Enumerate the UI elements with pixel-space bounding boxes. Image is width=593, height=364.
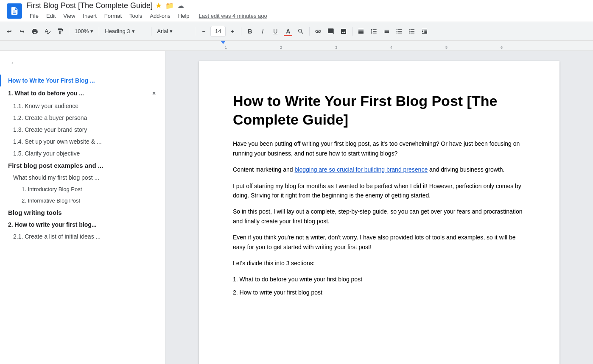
menu-help[interactable]: Help <box>175 11 193 21</box>
doc-link-blogging[interactable]: blogging are so crucial for building bra… <box>295 166 428 173</box>
redo-button[interactable]: ↪ <box>16 25 28 37</box>
title-bar: First Blog Post [The Complete Guide] ★ 📁… <box>0 0 593 22</box>
toc-item-1-5[interactable]: 1.5. Clarify your objective <box>0 147 165 159</box>
underline-button[interactable]: U <box>269 25 281 37</box>
toc-item-title[interactable]: How to Write Your First Blog ... <box>0 75 165 86</box>
app-icon <box>7 3 22 19</box>
style-select[interactable]: Heading 3 ▾ <box>102 25 148 37</box>
ruler: 1 2 3 4 5 6 <box>0 41 593 51</box>
ruler-inner: 1 2 3 4 5 6 <box>165 41 593 50</box>
toc-item-1-4[interactable]: 1.4. Set up your own website & ... <box>0 136 165 147</box>
text-color-button[interactable]: A <box>282 25 294 37</box>
sidebar-content: How to Write Your First Blog ... 1. What… <box>0 75 165 364</box>
comment-button[interactable] <box>325 25 337 37</box>
bold-button[interactable]: B <box>244 25 256 37</box>
doc-para-2-suffix: and driving business growth. <box>428 166 504 173</box>
style-value: Heading 3 <box>105 28 130 34</box>
menu-tools[interactable]: Tools <box>126 11 145 21</box>
text-color-underline <box>284 35 292 36</box>
last-edit-text: Last edit was 4 minutes ago <box>199 13 267 19</box>
indent-button[interactable] <box>419 25 431 37</box>
document-page: How to Write Your First Blog Post [The C… <box>199 61 559 364</box>
spellcheck-button[interactable] <box>42 25 53 37</box>
toc-item-intro-post[interactable]: 1. Introductory Blog Post <box>0 183 165 195</box>
toc-label-1-1: 1.1. Know your audience <box>13 103 78 109</box>
ruler-mark-5: 5 <box>445 45 448 50</box>
toc-label-2: 2. How to write your first blog... <box>8 221 96 228</box>
toc-item-1-3[interactable]: 1.3. Create your brand story <box>0 124 165 136</box>
italic-button[interactable]: I <box>257 25 269 37</box>
link-button[interactable] <box>312 25 324 37</box>
highlight-button[interactable] <box>295 25 307 37</box>
doc-para-6: Let's divide this into 3 sections: <box>233 258 526 268</box>
toc-label-examples: First blog post examples and ... <box>8 162 103 169</box>
print-button[interactable] <box>29 25 41 37</box>
ruler-mark-1: 1 <box>225 45 227 50</box>
doc-para-1: Have you been putting off writing your f… <box>233 139 526 158</box>
font-size-decrease[interactable]: − <box>198 25 210 37</box>
sidebar: ← How to Write Your First Blog ... 1. Wh… <box>0 51 165 364</box>
separator-1 <box>69 27 69 36</box>
menu-file[interactable]: File <box>26 11 42 21</box>
zoom-select[interactable]: 100% ▾ <box>72 25 96 37</box>
doc-list-item-1: 1. What to do before you write your firs… <box>233 275 526 284</box>
toc-item-1-1[interactable]: 1.1. Know your audience <box>0 100 165 112</box>
image-button[interactable] <box>338 25 350 37</box>
toc-item-examples[interactable]: First blog post examples and ... <box>0 159 165 172</box>
title-row: First Blog Post [The Complete Guide] ★ 📁… <box>26 1 267 10</box>
font-select[interactable]: Arial ▾ <box>154 25 192 37</box>
drive-icon[interactable]: 📁 <box>165 2 174 10</box>
toc-item-2[interactable]: 2. How to write your first blog... <box>0 219 165 231</box>
star-icon[interactable]: ★ <box>155 1 162 10</box>
ruler-marker-triangle[interactable] <box>221 41 226 44</box>
toc-label-1-5: 1.5. Clarify your objective <box>13 150 80 157</box>
toc-label-first-post: What should my first blog post ... <box>13 174 99 181</box>
paint-format-button[interactable] <box>54 25 66 37</box>
separator-6 <box>309 27 310 36</box>
document-area[interactable]: How to Write Your First Blog Post [The C… <box>165 51 593 364</box>
style-chevron: ▾ <box>132 28 135 34</box>
menu-insert[interactable]: Insert <box>79 11 100 21</box>
doc-para-2: Content marketing and blogging are so cr… <box>233 165 526 174</box>
toc-label-1-4: 1.4. Set up your own website & ... <box>13 138 102 145</box>
toc-label-2-1: 2.1. Create a list of initial ideas ... <box>13 233 101 240</box>
font-size-input[interactable] <box>210 26 226 37</box>
toc-item-tools[interactable]: Blog writing tools <box>0 206 165 219</box>
menu-addons[interactable]: Add-ons <box>146 11 173 21</box>
toc-label-1-2: 1.2. Create a buyer persona <box>13 114 87 121</box>
doc-para-4: So in this post, I will lay out a comple… <box>233 207 526 226</box>
undo-button[interactable]: ↩ <box>3 25 15 37</box>
toc-label-info-post: 2. Informative Blog Post <box>22 197 80 204</box>
toolbar: ↩ ↪ 100% ▾ Heading 3 ▾ Arial ▾ − + B I U… <box>0 22 593 41</box>
toc-label-tools: Blog writing tools <box>8 209 62 216</box>
main-layout: ← How to Write Your First Blog ... 1. Wh… <box>0 51 593 364</box>
align-button[interactable] <box>355 25 367 37</box>
doc-para-3: I put off starting my blog for months as… <box>233 181 526 200</box>
menu-view[interactable]: View <box>60 11 78 21</box>
font-size-control: − + <box>198 25 238 37</box>
zoom-value: 100% <box>75 28 89 34</box>
toc-item-first-post[interactable]: What should my first blog post ... <box>0 172 165 183</box>
ruler-mark-2: 2 <box>280 45 282 50</box>
toc-item-1-2[interactable]: 1.2. Create a buyer persona <box>0 112 165 124</box>
doc-para-2-prefix: Content marketing and <box>233 166 295 173</box>
font-size-increase[interactable]: + <box>227 25 238 37</box>
back-button[interactable]: ← <box>7 56 20 69</box>
toc-item-2-1[interactable]: 2.1. Create a list of initial ideas ... <box>0 231 165 242</box>
document-title[interactable]: First Blog Post [The Complete Guide] <box>26 1 153 10</box>
cloud-icon[interactable]: ☁ <box>177 2 184 10</box>
toc-label-1-3: 1.3. Create your brand story <box>13 126 87 133</box>
menu-format[interactable]: Format <box>101 11 125 21</box>
ruler-mark-3: 3 <box>335 45 337 50</box>
toc-close-1[interactable]: × <box>150 89 158 97</box>
toc-item-1[interactable]: 1. What to do before you ... × <box>0 86 165 100</box>
sidebar-header: ← <box>0 51 165 75</box>
toc-item-info-post[interactable]: 2. Informative Blog Post <box>0 195 165 206</box>
separator-3 <box>151 27 151 36</box>
bullet-list-button[interactable] <box>393 25 405 37</box>
numbered-list-button[interactable] <box>406 25 418 37</box>
checklist-button[interactable] <box>380 25 392 37</box>
line-spacing-button[interactable] <box>368 25 380 37</box>
title-section: First Blog Post [The Complete Guide] ★ 📁… <box>26 1 267 21</box>
menu-edit[interactable]: Edit <box>43 11 59 21</box>
